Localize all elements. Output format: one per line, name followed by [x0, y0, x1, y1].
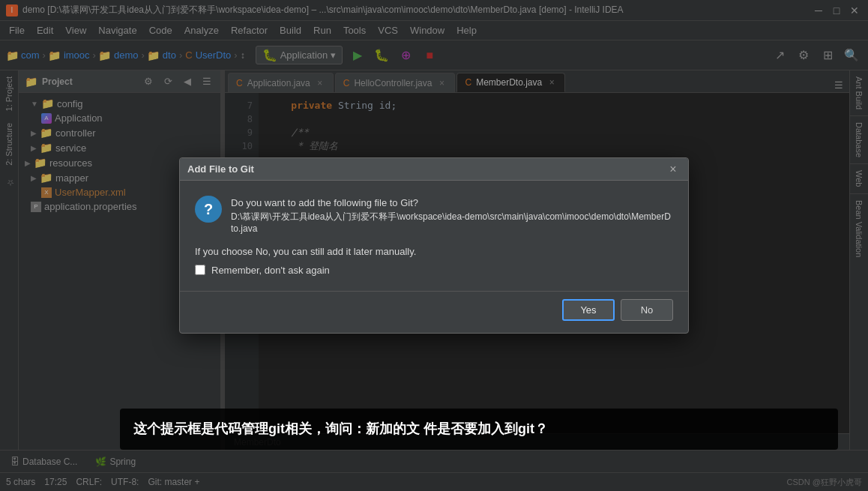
dialog-checkbox-row: Remember, don't ask again	[195, 265, 673, 283]
yes-button[interactable]: Yes	[562, 299, 615, 321]
remember-checkbox[interactable]	[195, 265, 205, 275]
question-icon: ?	[195, 196, 222, 223]
dialog-title-text: Add File to Git	[187, 163, 666, 175]
dialog-title-bar: Add File to Git ×	[180, 158, 688, 181]
annotation-text: 这个提示框是代码管理git相关，询问：新加的文 件是否要加入到git？	[133, 421, 548, 436]
dialog-body: ? Do you want to add the following file …	[180, 181, 688, 291]
remember-checkbox-label: Remember, don't ask again	[211, 265, 330, 276]
dialog-file-path: D:\慕课网\开发工具idea从入门到爱不释手\workspace\idea-d…	[231, 211, 673, 234]
dialog-text-block: Do you want to add the following file to…	[231, 196, 673, 234]
dialog-buttons: Yes No	[180, 291, 688, 333]
dialog-note: If you choose No, you can still add it l…	[195, 246, 673, 257]
question-mark: ?	[204, 201, 213, 218]
dialog-close-button[interactable]: ×	[666, 162, 681, 177]
annotation-tooltip: 这个提示框是代码管理git相关，询问：新加的文 件是否要加入到git？	[120, 409, 838, 450]
add-file-to-git-dialog: Add File to Git × ? Do you want to add t…	[179, 157, 689, 334]
dialog-question-text: Do you want to add the following file to…	[231, 196, 673, 211]
dialog-question-row: ? Do you want to add the following file …	[195, 196, 673, 234]
no-button[interactable]: No	[621, 299, 673, 321]
